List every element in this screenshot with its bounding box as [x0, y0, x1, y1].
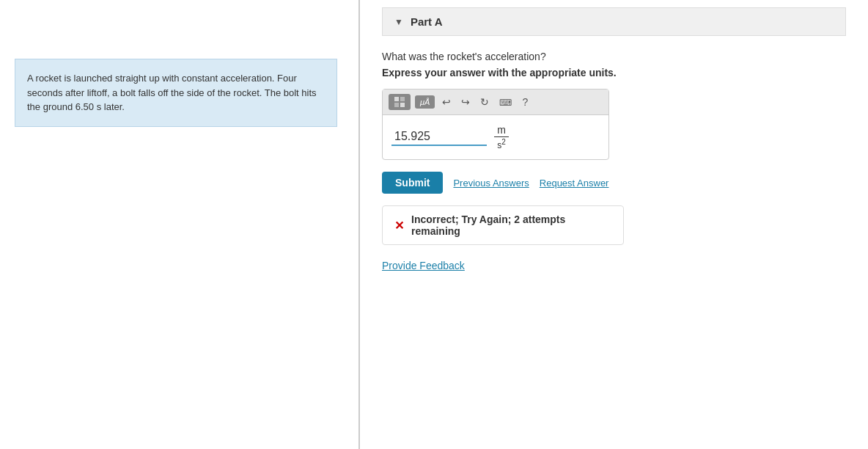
undo-button[interactable]: ↩ [439, 95, 454, 109]
undo-icon: ↩ [442, 96, 451, 108]
redo-button[interactable]: ↪ [458, 95, 473, 109]
math-input-area: m s2 [383, 115, 608, 159]
keyboard-button[interactable]: ⌨ [496, 95, 515, 109]
help-button[interactable]: ? [519, 95, 531, 109]
right-panel: ▼ Part A What was the rocket's accelerat… [360, 0, 868, 449]
keyboard-icon: ⌨ [499, 98, 512, 108]
math-toolbar: μÅ ↩ ↪ ↻ ⌨ ? [383, 90, 608, 115]
provide-feedback-link[interactable]: Provide Feedback [382, 260, 465, 271]
feedback-box: ✕ Incorrect; Try Again; 2 attempts remai… [382, 205, 624, 245]
help-icon: ? [522, 96, 528, 108]
svg-rect-3 [400, 103, 405, 107]
grid-button[interactable] [389, 94, 411, 110]
mu-label: μÅ [420, 98, 430, 106]
redo-icon: ↪ [461, 96, 470, 108]
problem-text: A rocket is launched straight up with co… [27, 73, 317, 112]
submit-button[interactable]: Submit [382, 172, 443, 194]
refresh-icon: ↻ [480, 96, 489, 108]
answer-input[interactable] [391, 128, 487, 146]
units-numerator: m [497, 124, 506, 136]
mu-button[interactable]: μÅ [415, 95, 435, 109]
incorrect-icon: ✕ [394, 219, 404, 233]
units-display: m s2 [494, 124, 509, 150]
svg-rect-1 [400, 97, 405, 101]
submit-label: Submit [395, 177, 430, 189]
part-title: Part A [411, 15, 443, 28]
svg-rect-2 [394, 103, 399, 107]
question-text: What was the rocket's acceleration? [382, 51, 846, 62]
feedback-text: Incorrect; Try Again; 2 attempts remaini… [411, 213, 611, 237]
units-denominator: s2 [497, 138, 506, 150]
problem-box: A rocket is launched straight up with co… [15, 59, 337, 127]
math-editor: μÅ ↩ ↪ ↻ ⌨ ? [382, 89, 609, 160]
refresh-button[interactable]: ↻ [477, 95, 492, 109]
units-divider [494, 136, 509, 137]
instruction-text: Express your answer with the appropriate… [382, 67, 846, 79]
svg-rect-0 [394, 97, 399, 101]
request-answer-link[interactable]: Request Answer [540, 178, 609, 189]
collapse-arrow-icon[interactable]: ▼ [394, 17, 403, 27]
part-header: ▼ Part A [382, 7, 846, 36]
left-panel: A rocket is launched straight up with co… [0, 0, 359, 449]
question-section: What was the rocket's acceleration? Expr… [382, 51, 846, 271]
submit-row: Submit Previous Answers Request Answer [382, 172, 846, 194]
previous-answers-link[interactable]: Previous Answers [453, 178, 529, 189]
